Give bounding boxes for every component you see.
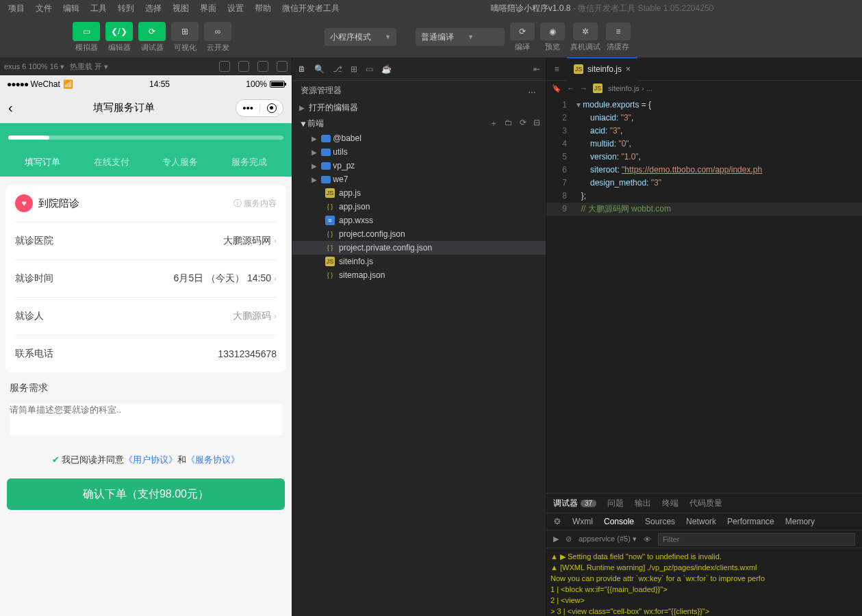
section-hint[interactable]: ⓘ 服务内容 — [233, 198, 277, 209]
simulator-button[interactable]: ▭ — [73, 22, 100, 41]
menu-item[interactable]: 转到 — [112, 3, 140, 13]
ext-icon[interactable]: ☕ — [381, 64, 392, 74]
context-dropdown[interactable]: appservice (#5) ▾ — [579, 535, 637, 543]
devtools-tab[interactable]: Performance — [727, 517, 774, 526]
sim-tool-icon[interactable] — [277, 61, 288, 72]
console-filter-input[interactable] — [658, 533, 855, 546]
agree-line[interactable]: ✔ 我已阅读并同意《用户协议》和《服务协议》 — [0, 447, 292, 473]
real-debug-button[interactable]: ✲ — [573, 23, 598, 40]
js-icon: JS — [325, 257, 335, 266]
new-folder-icon[interactable]: 🗀 — [505, 118, 513, 129]
refresh-icon[interactable]: ⟳ — [520, 118, 527, 129]
devtools-tab[interactable]: Sources — [645, 517, 675, 526]
branch-icon[interactable]: ⎇ — [333, 64, 342, 74]
folder-icon — [321, 176, 331, 183]
capsule-button[interactable]: ••• — [236, 99, 283, 117]
collapse-all-icon[interactable]: ⊟ — [533, 118, 540, 129]
devtools-tab[interactable]: Console — [604, 517, 634, 526]
menu-item[interactable]: 帮助 — [249, 3, 277, 13]
collapse-icon[interactable]: ⇤ — [533, 64, 540, 74]
folder-item[interactable]: ▶ utils — [292, 145, 546, 159]
menu-item[interactable]: 设置 — [222, 3, 249, 13]
window-titlebar: 项目文件编辑工具转到选择视图界面设置帮助微信开发者工具 嘀嗒陪诊小程序v1.0.… — [0, 0, 862, 16]
debugger-button[interactable]: ⟳ — [138, 22, 166, 41]
mode-dropdown[interactable]: 小程序模式▼ — [325, 28, 396, 46]
form-row[interactable]: 联系电话13312345678 — [15, 335, 277, 372]
menu-item[interactable]: 视图 — [167, 3, 194, 13]
form-row[interactable]: 就诊人大鹏源码› — [15, 298, 277, 335]
form-row[interactable]: 就诊时间6月5日 （今天） 14:50› — [15, 260, 277, 298]
console-line: 1 | <block wx:if="{{main_loaded}}"> — [550, 584, 858, 595]
cloud-button[interactable]: ∞ — [204, 22, 231, 41]
form-row[interactable]: 就诊医院大鹏源码网› — [15, 222, 277, 260]
editor-tab[interactable]: JSsiteinfo.js× — [567, 57, 637, 81]
step-tab[interactable]: 服务完成 — [215, 149, 284, 177]
search-icon[interactable]: 🔍 — [314, 64, 325, 74]
clear-icon[interactable]: ⊘ — [566, 535, 572, 543]
more-icon[interactable]: … — [528, 86, 537, 95]
open-editors-section[interactable]: ▶打开的编辑器 — [292, 100, 546, 116]
heart-icon: ♥ — [15, 194, 33, 212]
files-icon[interactable]: 🗎 — [298, 64, 306, 74]
sim-tool-icon[interactable] — [238, 61, 249, 72]
menu-item[interactable]: 项目 — [3, 3, 30, 13]
file-item[interactable]: { }project.config.json — [292, 227, 546, 241]
step-tab[interactable]: 填写订单 — [8, 149, 77, 177]
debug-tab[interactable]: 输出 — [635, 498, 651, 509]
play-icon[interactable]: ▶ — [553, 535, 559, 543]
visual-button[interactable]: ⊞ — [171, 22, 199, 41]
submit-button[interactable]: 确认下单（支付98.00元） — [7, 478, 285, 510]
device-selector[interactable]: exus 6 100% 16 ▾ — [4, 62, 64, 71]
menu-item[interactable]: 微信开发者工具 — [277, 3, 345, 13]
ext-icon[interactable]: ▭ — [366, 64, 373, 74]
js-icon: JS — [325, 188, 335, 198]
console-line: ▶ Setting data field "now" to undefined … — [550, 551, 858, 562]
chevron-right-icon: › — [274, 311, 277, 321]
explorer-panel: 🗎 🔍 ⎇ ⊞ ▭ ☕ ⇤ 资源管理器… ▶打开的编辑器 ▼前端＋🗀⟳⊟ ▶ @… — [292, 57, 546, 616]
devtools-tab[interactable]: Wxml — [572, 517, 593, 526]
debug-tab[interactable]: 调试器37 — [553, 498, 596, 509]
file-item[interactable]: ≡app.wxss — [292, 214, 546, 227]
bookmark-icon[interactable]: 🔖 — [552, 84, 561, 93]
new-file-icon[interactable]: ＋ — [490, 118, 498, 129]
file-item[interactable]: { }sitemap.json — [292, 268, 546, 282]
file-item[interactable]: { }app.json — [292, 200, 546, 214]
compile-mode-dropdown[interactable]: 普通编译▼ — [416, 28, 505, 46]
sim-tool-icon[interactable] — [219, 61, 230, 72]
folder-item[interactable]: ▶ @babel — [292, 131, 546, 145]
sim-tool-icon[interactable] — [257, 61, 268, 72]
editor-button[interactable]: ❮/❯ — [105, 22, 133, 41]
root-folder[interactable]: ▼前端＋🗀⟳⊟ — [292, 116, 546, 131]
menu-icon[interactable]: ≡ — [546, 64, 567, 74]
menu-item[interactable]: 工具 — [85, 3, 112, 13]
folder-icon — [321, 135, 331, 142]
close-icon[interactable]: × — [626, 64, 631, 74]
folder-item[interactable]: ▶ we7 — [292, 172, 546, 186]
ext-icon[interactable]: ⊞ — [351, 64, 357, 74]
file-item[interactable]: JSsiteinfo.js — [292, 255, 546, 268]
menu-item[interactable]: 编辑 — [58, 3, 85, 13]
file-item[interactable]: JSapp.js — [292, 186, 546, 200]
back-icon[interactable]: ‹ — [8, 100, 13, 116]
file-item[interactable]: { }project.private.config.json — [292, 241, 546, 255]
eye-icon[interactable]: 👁 — [644, 535, 651, 543]
preview-button[interactable]: ◉ — [540, 23, 565, 40]
debug-tab[interactable]: 问题 — [607, 498, 624, 509]
json-icon: { } — [325, 243, 335, 253]
clear-cache-button[interactable]: ≡ — [606, 23, 631, 40]
menu-item[interactable]: 文件 — [30, 3, 58, 13]
step-tab[interactable]: 在线支付 — [77, 149, 147, 177]
devtools-tab[interactable]: Memory — [785, 517, 815, 526]
menu-item[interactable]: 选择 — [140, 3, 167, 13]
debug-tab[interactable]: 代码质量 — [689, 498, 722, 509]
step-tab[interactable]: 专人服务 — [146, 149, 215, 177]
service-need-textarea[interactable] — [10, 404, 282, 435]
inspect-icon[interactable]: ⯐ — [553, 517, 561, 526]
hot-reload-toggle[interactable]: 热重载 开 ▾ — [70, 62, 108, 72]
menu-item[interactable]: 界面 — [194, 3, 222, 13]
compile-button[interactable]: ⟳ — [510, 23, 535, 40]
editor-breadcrumb[interactable]: 🔖 ←→ JSsiteinfo.js › ... — [546, 81, 862, 96]
debug-tab[interactable]: 终端 — [662, 498, 679, 509]
folder-item[interactable]: ▶ vp_pz — [292, 159, 546, 172]
devtools-tab[interactable]: Network — [686, 517, 716, 526]
